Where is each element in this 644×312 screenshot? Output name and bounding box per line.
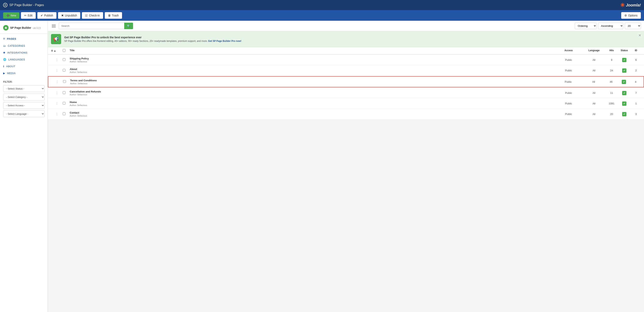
sidebar-item-about[interactable]: ℹ ABOUT bbox=[0, 63, 48, 70]
unpublish-button[interactable]: ✖ Unpublish bbox=[58, 12, 80, 19]
drag-handle[interactable]: ⋮ bbox=[51, 80, 63, 84]
row-select-checkbox[interactable] bbox=[63, 69, 66, 72]
content-area: 🔍 Ordering Title Author Hits ID Ascendin… bbox=[48, 21, 644, 312]
filter-section: FILTER: - Select Status - Published Unpu… bbox=[0, 78, 48, 120]
status-badge[interactable]: ✔ bbox=[622, 68, 626, 73]
status-badge[interactable]: ✔ bbox=[622, 80, 626, 84]
row-checkbox[interactable] bbox=[63, 112, 70, 116]
row-hits: 11 bbox=[606, 92, 618, 94]
select-all-checkbox[interactable] bbox=[63, 49, 66, 52]
row-title[interactable]: Contact bbox=[70, 111, 555, 114]
row-select-checkbox[interactable] bbox=[63, 102, 66, 105]
row-title-cell: Terms and Conditions Author: Sellacious bbox=[70, 79, 554, 85]
row-title[interactable]: Shipping Policy bbox=[70, 57, 555, 60]
row-title-cell: Home Author: Sellacious bbox=[70, 101, 555, 106]
content-toolbar: 🔍 Ordering Title Author Hits ID Ascendin… bbox=[48, 21, 644, 31]
row-language: All bbox=[582, 113, 606, 116]
drag-handle[interactable]: ⋮ bbox=[51, 91, 63, 95]
main-toolbar: ➕ New ✏ Edit ✔ Publish ✖ Unpublish ☑ Che… bbox=[0, 10, 644, 21]
row-title[interactable]: Terms and Conditions bbox=[70, 79, 554, 82]
id-header: ID bbox=[631, 49, 641, 52]
row-select-checkbox[interactable] bbox=[63, 91, 66, 94]
app-title: SP Page Builder - Pages bbox=[3, 3, 44, 7]
row-status[interactable]: ✔ bbox=[618, 102, 631, 106]
row-id: 3 bbox=[631, 113, 641, 116]
joomla-star-icon: ✳ bbox=[620, 2, 625, 9]
status-badge[interactable]: ✔ bbox=[622, 112, 626, 116]
filter-language-select[interactable]: - Select Language - All English bbox=[3, 110, 44, 117]
filter-access-select[interactable]: - Select Access - Public Registered Spec… bbox=[3, 102, 44, 109]
sort-arrows-header[interactable]: ⇕ ▲ bbox=[51, 49, 63, 52]
sidebar-label-about: ABOUT bbox=[6, 65, 16, 68]
row-status[interactable]: ✔ bbox=[618, 91, 631, 95]
row-id: 6 bbox=[631, 59, 641, 61]
language-header: Language bbox=[582, 49, 606, 52]
sidebar-item-pages[interactable]: ≡ PAGES bbox=[0, 35, 48, 43]
new-button[interactable]: ➕ New bbox=[3, 12, 19, 19]
sidebar-item-languages[interactable]: 🌐 LANGUAGES bbox=[0, 56, 48, 63]
row-status[interactable]: ✔ bbox=[618, 112, 631, 116]
categories-icon: 🗂 bbox=[3, 44, 6, 47]
search-button[interactable]: 🔍 bbox=[124, 23, 133, 29]
drag-handle[interactable]: ⋮ bbox=[51, 58, 63, 62]
sidebar: SP Page Builder Lite 3.2.5 ≡ PAGES 🗂 CAT… bbox=[0, 21, 48, 312]
row-title[interactable]: Cancellation and Refunds bbox=[70, 90, 555, 93]
sort-order-select[interactable]: Ordering Title Author Hits ID bbox=[575, 23, 596, 29]
filter-category-select[interactable]: - Select Category - bbox=[3, 94, 44, 101]
sort-direction-select[interactable]: Ascending Descending bbox=[598, 23, 623, 29]
drag-handle[interactable]: ⋮ bbox=[51, 69, 63, 72]
row-checkbox[interactable] bbox=[63, 69, 70, 72]
row-checkbox[interactable] bbox=[63, 102, 70, 105]
row-access: Public bbox=[555, 69, 582, 72]
row-status[interactable]: ✔ bbox=[618, 58, 631, 62]
row-select-checkbox[interactable] bbox=[63, 58, 66, 61]
integrations-icon: ✱ bbox=[3, 51, 6, 54]
top-navbar: SP Page Builder - Pages ✳ Joomla! bbox=[0, 0, 644, 10]
row-checkbox[interactable] bbox=[63, 91, 70, 95]
checkin-button[interactable]: ☑ Check-in bbox=[82, 12, 103, 19]
row-title-cell: About Author: Sellacious bbox=[70, 68, 555, 73]
search-input[interactable] bbox=[59, 23, 124, 29]
status-badge[interactable]: ✔ bbox=[622, 58, 626, 62]
svg-point-0 bbox=[5, 5, 6, 6]
row-title[interactable]: About bbox=[70, 68, 555, 71]
checkbox-header[interactable] bbox=[63, 49, 70, 52]
drag-handle[interactable]: ⋮ bbox=[51, 102, 63, 105]
page-size-select[interactable]: 20 50 100 bbox=[625, 23, 641, 29]
sidebar-item-integrations[interactable]: ✱ INTEGRATIONS bbox=[0, 49, 48, 56]
row-title[interactable]: Home bbox=[70, 101, 555, 104]
promo-link[interactable]: Get SP Page Builder Pro now! bbox=[208, 40, 241, 43]
row-hits: 24 bbox=[606, 69, 618, 72]
publish-button[interactable]: ✔ Publish bbox=[37, 12, 56, 19]
row-status[interactable]: ✔ bbox=[618, 68, 631, 73]
promo-close-button[interactable]: ✕ bbox=[638, 33, 641, 38]
table-row: ⋮ Terms and Conditions Author: Sellaciou… bbox=[48, 76, 644, 87]
search-icon: 🔍 bbox=[127, 25, 130, 28]
row-select-checkbox[interactable] bbox=[63, 112, 66, 115]
sidebar-item-categories[interactable]: 🗂 CATEGORIES bbox=[0, 43, 48, 49]
app-icon bbox=[3, 3, 8, 7]
options-button[interactable]: ⚙ Options bbox=[621, 12, 641, 19]
app-title-text: SP Page Builder - Pages bbox=[10, 3, 44, 7]
edit-button[interactable]: ✏ Edit bbox=[21, 12, 36, 19]
row-status[interactable]: ✔ bbox=[617, 80, 631, 84]
sort-up-icon: ⇕ bbox=[51, 50, 53, 52]
row-checkbox[interactable] bbox=[63, 80, 70, 84]
status-badge[interactable]: ✔ bbox=[622, 102, 626, 106]
brand-name: SP Page Builder bbox=[10, 26, 31, 29]
hamburger-line-1 bbox=[52, 25, 56, 25]
filter-status-select[interactable]: - Select Status - Published Unpublished … bbox=[3, 85, 44, 92]
trash-button[interactable]: 🗑 Trash bbox=[105, 12, 122, 19]
row-access: Public bbox=[555, 59, 582, 61]
drag-handle[interactable]: ⋮ bbox=[51, 112, 63, 116]
trash-icon: 🗑 bbox=[108, 14, 111, 17]
row-checkbox[interactable] bbox=[63, 58, 70, 62]
sidebar-item-media[interactable]: ▶ MEDIA bbox=[0, 70, 48, 77]
edit-icon: ✏ bbox=[24, 14, 26, 17]
row-hits: 9 bbox=[606, 59, 618, 61]
row-select-checkbox[interactable] bbox=[63, 80, 66, 83]
hamburger-button[interactable] bbox=[51, 24, 56, 28]
row-language: All bbox=[582, 80, 605, 83]
check-icon: ✔ bbox=[41, 14, 43, 17]
status-badge[interactable]: ✔ bbox=[622, 91, 626, 95]
